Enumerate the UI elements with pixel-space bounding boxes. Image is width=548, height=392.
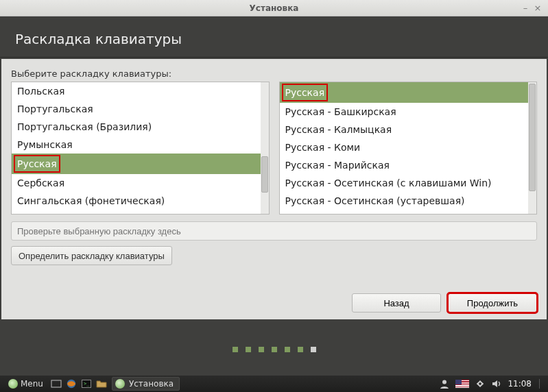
test-layout-input[interactable] xyxy=(11,221,537,241)
progress-dot xyxy=(311,347,316,352)
system-tray: 11:08 xyxy=(439,378,545,389)
page-title: Раскладка клавиатуры xyxy=(15,31,182,47)
prompt-label: Выберите раскладку клавиатуры: xyxy=(11,69,537,79)
mint-logo-icon xyxy=(8,379,18,389)
menu-label: Menu xyxy=(21,379,43,389)
minimize-icon[interactable]: – xyxy=(519,3,532,13)
list-item[interactable]: Португальская (Бразилия) xyxy=(12,118,261,136)
progress-dot xyxy=(233,347,238,352)
progress-dots xyxy=(0,322,548,377)
layout-language-list[interactable]: ПольскаяПортугальскаяПортугальская (Браз… xyxy=(11,82,270,215)
taskbar-edge xyxy=(539,379,541,389)
progress-dot xyxy=(246,347,251,352)
list-item[interactable]: Русская xyxy=(280,82,529,103)
list-item[interactable]: Сингальская (фонетическая) xyxy=(12,192,261,210)
window-titlebar: Установка – × xyxy=(0,0,548,16)
scrollbar-thumb[interactable] xyxy=(261,156,268,193)
list-item[interactable]: Русская - Коми xyxy=(280,138,529,156)
user-icon[interactable] xyxy=(439,378,450,389)
window-title: Установка xyxy=(0,3,548,13)
menu-button[interactable]: Menu xyxy=(3,379,49,389)
show-desktop-icon[interactable] xyxy=(49,377,64,391)
detect-layout-button[interactable]: Определить раскладку клавиатуры xyxy=(11,246,172,265)
list-item[interactable]: Румынская xyxy=(12,136,261,154)
back-button[interactable]: Назад xyxy=(352,293,441,313)
scrollbar[interactable] xyxy=(528,82,536,214)
svg-point-4 xyxy=(442,380,446,384)
svg-rect-0 xyxy=(51,380,61,387)
nav-button-row: Назад Продолжить xyxy=(352,293,537,313)
installer-step-header: Раскладка клавиатуры xyxy=(0,16,548,58)
taskbar: Menu >_ Установка 11:08 xyxy=(0,376,548,392)
files-icon[interactable] xyxy=(94,377,109,391)
list-item[interactable]: Русская - Калмыцкая xyxy=(280,121,529,138)
volume-icon[interactable] xyxy=(491,378,502,389)
list-item[interactable]: Португальская xyxy=(12,100,261,118)
scrollbar-thumb[interactable] xyxy=(529,84,536,191)
progress-dot xyxy=(285,347,290,352)
terminal-icon[interactable]: >_ xyxy=(79,377,94,391)
list-item[interactable]: Русская - Марийская xyxy=(280,156,529,174)
installer-app-icon xyxy=(115,379,125,389)
list-item[interactable]: Сербская xyxy=(12,174,261,192)
list-item[interactable]: Русская xyxy=(12,154,261,174)
network-icon[interactable] xyxy=(475,378,486,389)
list-item[interactable]: Русская - Осетинская (с клавишами Win) xyxy=(280,174,529,192)
main-panel: Выберите раскладку клавиатуры: ПольскаяП… xyxy=(1,59,547,319)
layout-variant-list[interactable]: РусскаяРусская - БашкирскаяРусская - Кал… xyxy=(279,82,538,215)
close-icon[interactable]: × xyxy=(532,3,544,13)
clock[interactable]: 11:08 xyxy=(508,379,532,389)
list-item[interactable]: Русская - Осетинская (устаревшая) xyxy=(280,192,529,210)
progress-dot xyxy=(272,347,277,352)
list-item[interactable]: Словацкая xyxy=(12,210,261,214)
firefox-icon[interactable] xyxy=(64,377,79,391)
progress-dot xyxy=(259,347,264,352)
svg-text:>_: >_ xyxy=(84,381,90,387)
list-item[interactable]: Польская xyxy=(12,82,261,100)
progress-dot xyxy=(298,347,303,352)
keyboard-layout-flag-icon[interactable] xyxy=(455,380,469,388)
list-item[interactable]: Русская - Русская (DOS) xyxy=(280,210,529,214)
continue-button[interactable]: Продолжить xyxy=(448,293,537,313)
scrollbar[interactable] xyxy=(261,82,269,214)
list-item[interactable]: Русская - Башкирская xyxy=(280,103,529,121)
taskbar-item-label: Установка xyxy=(129,379,174,389)
taskbar-item-installer[interactable]: Установка xyxy=(112,377,180,391)
